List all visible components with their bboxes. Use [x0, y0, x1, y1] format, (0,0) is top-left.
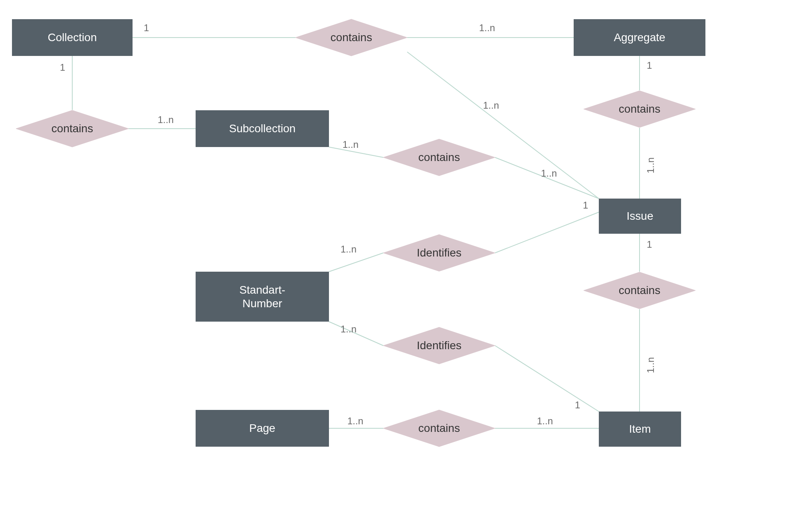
card-issue-identifies1: 1 [583, 200, 588, 211]
card-subcoll-contains3: 1..n [343, 139, 358, 150]
entity-label: Standart- Number [239, 283, 285, 310]
card-contains6-page: 1..n [347, 416, 363, 427]
svg-marker-21 [383, 235, 495, 271]
entity-issue: Issue [599, 199, 681, 234]
entity-item: Item [599, 412, 681, 447]
svg-line-12 [495, 346, 599, 412]
entity-label: Issue [627, 209, 654, 223]
edges-layer [0, 0, 812, 513]
svg-marker-22 [383, 327, 495, 364]
svg-marker-17 [295, 19, 407, 56]
card-agg-contains4: 1 [647, 60, 652, 71]
card-contains1-agg: 1..n [479, 22, 495, 34]
svg-marker-18 [16, 110, 129, 147]
entity-label: Item [629, 422, 651, 436]
card-contains2-subcoll: 1..n [158, 114, 174, 125]
card-identifies2-item: 1 [575, 400, 580, 411]
entity-standart-number: Standart- Number [196, 272, 329, 322]
card-issue-contains5: 1 [647, 239, 652, 250]
entity-label: Subcollection [229, 122, 296, 135]
svg-line-9 [495, 212, 599, 253]
entity-subcollection: Subcollection [196, 110, 329, 147]
entity-label: Aggregate [614, 31, 665, 44]
entity-page: Page [196, 410, 329, 447]
svg-marker-23 [584, 272, 695, 309]
er-diagram: Collection Subcollection Aggregate Issue… [0, 0, 812, 513]
card-contains5-item: 1..n [645, 357, 656, 373]
card-coll-contains2: 1 [60, 62, 65, 73]
card-contains4-issue: 1..n [645, 157, 656, 173]
svg-marker-24 [383, 410, 495, 447]
svg-line-2 [407, 52, 599, 199]
card-contains3-issue: 1..n [541, 168, 557, 179]
card-item-contains6: 1..n [537, 416, 553, 427]
card-contains1-issue-diag: 1..n [483, 100, 499, 111]
card-identifies1-std: 1..n [341, 244, 356, 255]
svg-marker-20 [584, 91, 695, 127]
svg-line-10 [329, 253, 383, 272]
card-coll-contains1: 1 [144, 22, 149, 34]
entity-label: Collection [48, 31, 97, 44]
entity-collection: Collection [12, 19, 133, 56]
card-std-identifies2: 1..n [341, 324, 356, 335]
entity-aggregate: Aggregate [574, 19, 705, 56]
entity-label: Page [249, 422, 275, 435]
svg-marker-19 [383, 139, 495, 176]
